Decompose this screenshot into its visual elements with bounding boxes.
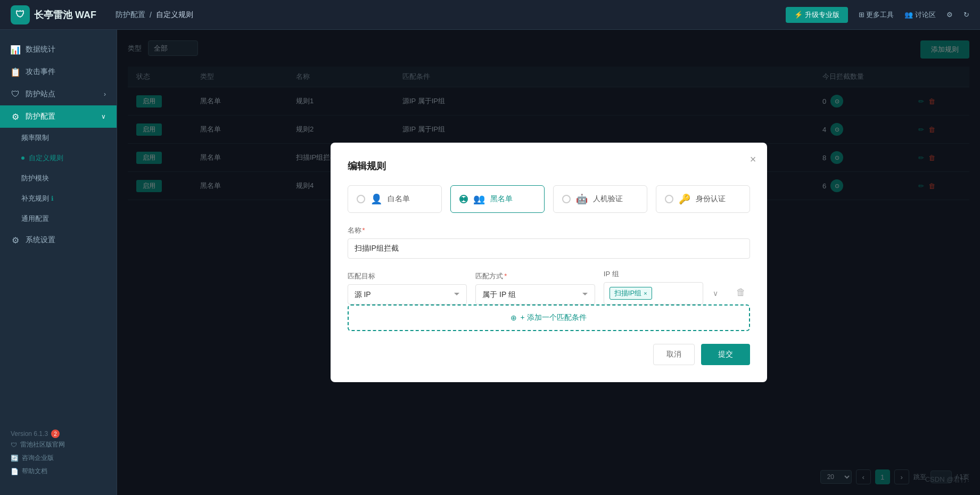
sidebar-footer: Version 6.1.3 2 🛡 雷池社区版官网 🔄 咨询企业版 📄 帮助文档 xyxy=(0,421,117,486)
consult-link[interactable]: 🔄 咨询企业版 xyxy=(11,451,106,465)
submit-button[interactable]: 提交 xyxy=(701,344,750,365)
blacklist-radio[interactable] xyxy=(459,195,468,203)
supplement-rules-label: 补充规则 xyxy=(21,194,49,203)
logo: 🛡 长亭雷池 WAF xyxy=(11,5,96,24)
sidebar-item-attack-events[interactable]: 📋 攻击事件 xyxy=(0,61,117,83)
whitelist-icon: 👤 xyxy=(370,193,382,205)
forum-link[interactable]: 👥 讨论区 xyxy=(904,10,936,20)
ip-tag-text: 扫描IP组 xyxy=(614,288,641,298)
tools-link[interactable]: ⊞ 更多工具 xyxy=(859,10,894,20)
breadcrumb-parent[interactable]: 防护配置 xyxy=(116,10,145,20)
plus-circle-icon: ⊕ xyxy=(510,314,517,322)
main-content: 类型 全部 白名单 黑名单 人机验证 身份认证 添加规则 状态 类型 名称 匹配… xyxy=(117,30,980,495)
config-icon: ⚙ xyxy=(11,112,20,121)
required-marker: * xyxy=(363,226,365,234)
breadcrumb-current: 自定义规则 xyxy=(156,10,193,20)
help-link[interactable]: 📄 帮助文档 xyxy=(11,465,106,478)
community-icon: 🛡 xyxy=(11,441,17,449)
top-nav: 🛡 长亭雷池 WAF 防护配置 / 自定义规则 ⚡ 升级专业版 ⊞ 更多工具 👥… xyxy=(0,0,980,30)
general-config-label: 通用配置 xyxy=(21,214,49,224)
community-link[interactable]: 🛡 雷池社区版官网 xyxy=(11,438,106,451)
ip-tag-close-button[interactable]: × xyxy=(644,290,647,296)
sidebar-menu: 📊 数据统计 📋 攻击事件 🛡 防护站点 › ⚙ 防护配置 ∨ 频率限制 xyxy=(0,38,117,251)
rule-type-whitelist[interactable]: 👤 白名单 xyxy=(348,185,442,213)
sidebar-item-protect-config[interactable]: ⚙ 防护配置 ∨ xyxy=(0,105,117,128)
community-label: 雷池社区版官网 xyxy=(20,440,65,449)
required-marker: * xyxy=(504,272,507,280)
chevron-down-icon: ∨ xyxy=(101,113,106,120)
help-icon: 📄 xyxy=(11,468,19,475)
version-badge: 2 xyxy=(51,430,60,438)
settings-icon[interactable]: ⚙ xyxy=(946,11,953,19)
ip-tag: 扫描IP组 × xyxy=(610,287,652,300)
whitelist-radio[interactable] xyxy=(357,195,365,203)
rule-type-captcha[interactable]: 🤖 人机验证 xyxy=(553,185,647,213)
auth-radio[interactable] xyxy=(665,195,673,203)
sidebar-item-general-config[interactable]: 通用配置 xyxy=(0,209,117,229)
consult-label: 咨询企业版 xyxy=(22,453,54,463)
active-dot xyxy=(21,156,24,160)
captcha-label: 人机验证 xyxy=(593,194,623,204)
auth-icon: 🔑 xyxy=(679,193,690,205)
sidebar-item-custom-rules[interactable]: 自定义规则 xyxy=(0,148,117,168)
breadcrumb: 防护配置 / 自定义规则 xyxy=(116,10,193,20)
upgrade-button[interactable]: ⚡ 升级专业版 xyxy=(786,7,848,23)
add-condition-label: + 添加一个匹配条件 xyxy=(520,313,586,323)
breadcrumb-separator: / xyxy=(150,11,152,19)
sidebar-item-protect-sites[interactable]: 🛡 防护站点 › xyxy=(0,83,117,105)
sidebar-item-rate-limit[interactable]: 频率限制 xyxy=(0,128,117,148)
sidebar-item-system-settings[interactable]: ⚙ 系统设置 xyxy=(0,229,117,251)
sidebar-item-label: 防护站点 xyxy=(26,89,55,99)
rule-type-auth[interactable]: 🔑 身份认证 xyxy=(656,185,750,213)
blacklist-icon: 👥 xyxy=(473,193,485,205)
delete-condition-col: 🗑 xyxy=(732,283,750,304)
ip-group-dropdown-icon[interactable]: ∨ xyxy=(707,289,723,298)
cancel-button[interactable]: 取消 xyxy=(653,344,695,365)
match-target-label: 匹配目标 xyxy=(348,271,467,281)
sidebar-submenu: 频率限制 自定义规则 防护模块 补充规则 ℹ 通用配置 xyxy=(0,128,117,229)
sidebar-item-label: 数据统计 xyxy=(26,45,55,54)
blacklist-label: 黑名单 xyxy=(490,194,513,204)
match-method-label: 匹配方式* xyxy=(475,271,595,281)
sidebar-item-label: 防护配置 xyxy=(26,112,55,121)
chevron-right-icon: › xyxy=(104,90,106,98)
sidebar-item-data-stats[interactable]: 📊 数据统计 xyxy=(0,38,117,61)
name-label: 名称* xyxy=(348,226,750,235)
nav-right: ⚡ 升级专业版 ⊞ 更多工具 👥 讨论区 ⚙ ↻ xyxy=(786,7,969,23)
modal-close-button[interactable]: × xyxy=(750,153,756,166)
match-method-col: 匹配方式* 属于 IP 组 不属于 IP 组 xyxy=(475,271,595,304)
delete-condition-button[interactable]: 🗑 xyxy=(732,283,750,302)
list-icon: 📋 xyxy=(11,67,20,77)
sidebar-item-label: 攻击事件 xyxy=(26,67,55,77)
match-target-col: 匹配目标 源 IP 目标 IP URL 请求头 xyxy=(348,271,467,304)
system-icon: ⚙ xyxy=(11,235,20,245)
name-input[interactable] xyxy=(348,238,750,259)
name-form-group: 名称* xyxy=(348,226,750,259)
ip-group-col: IP 组 扫描IP组 × ∨ xyxy=(604,269,723,304)
modal-title: 编辑规则 xyxy=(348,160,750,172)
captcha-radio[interactable] xyxy=(562,195,571,203)
rule-type-row: 👤 白名单 👥 黑名单 🤖 人机验证 � xyxy=(348,185,750,213)
match-target-select[interactable]: 源 IP 目标 IP URL 请求头 xyxy=(348,284,467,304)
logo-icon: 🛡 xyxy=(11,5,30,24)
nav-left: 🛡 长亭雷池 WAF 防护配置 / 自定义规则 xyxy=(11,5,193,24)
rule-type-blacklist[interactable]: 👥 黑名单 xyxy=(450,185,545,213)
sidebar-item-label: 系统设置 xyxy=(26,235,55,245)
ip-group-field[interactable]: 扫描IP组 × xyxy=(604,282,703,304)
version-text: Version 6.1.3 xyxy=(11,430,48,438)
shield-icon: 🛡 xyxy=(11,89,20,99)
chart-icon: 📊 xyxy=(11,45,20,54)
custom-rules-label: 自定义规则 xyxy=(29,153,63,163)
version-info: Version 6.1.3 2 xyxy=(11,430,106,438)
main-layout: 📊 数据统计 📋 攻击事件 🛡 防护站点 › ⚙ 防护配置 ∨ 频率限制 xyxy=(0,30,980,495)
match-conditions-row: 匹配目标 源 IP 目标 IP URL 请求头 匹配方式* xyxy=(348,269,750,304)
refresh-icon[interactable]: ↻ xyxy=(963,11,969,19)
sidebar-item-protect-modules[interactable]: 防护模块 xyxy=(0,168,117,188)
match-method-select[interactable]: 属于 IP 组 不属于 IP 组 xyxy=(475,284,595,304)
logo-text: 长亭雷池 WAF xyxy=(34,9,96,21)
consult-icon: 🔄 xyxy=(11,455,19,462)
sidebar-item-supplement-rules[interactable]: 补充规则 ℹ xyxy=(0,188,117,209)
rate-limit-label: 频率限制 xyxy=(21,133,49,143)
modal-overlay: 编辑规则 × 👤 白名单 👥 黑名单 xyxy=(117,30,980,495)
add-condition-button[interactable]: ⊕ + 添加一个匹配条件 xyxy=(348,304,750,331)
